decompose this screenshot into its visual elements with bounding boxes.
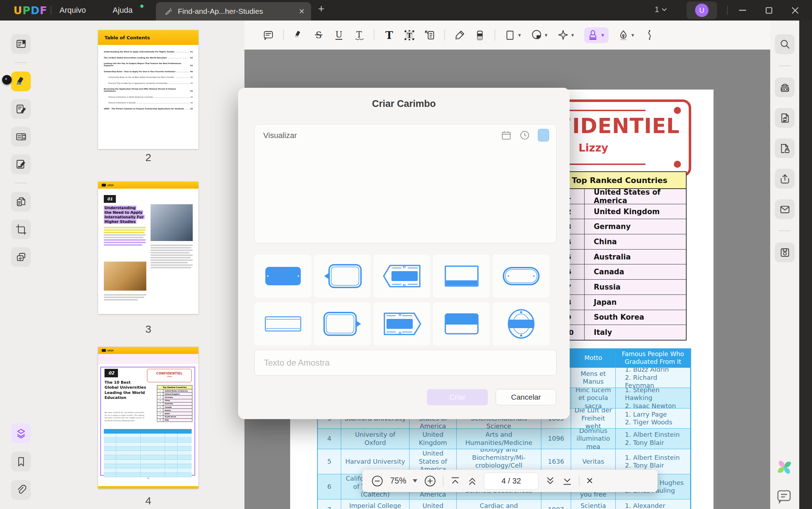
signature-tool[interactable]: ▼: [618, 30, 635, 41]
lock-page-mode[interactable]: [775, 138, 795, 158]
ocr-mode[interactable]: OCR: [775, 78, 795, 97]
window-count-dropdown[interactable]: 1: [655, 5, 667, 14]
pin-tool[interactable]: ▼: [558, 30, 575, 41]
floating-handle[interactable]: [2, 75, 12, 85]
previous-page-icon[interactable]: [467, 476, 478, 486]
create-button[interactable]: Criar: [427, 389, 488, 405]
share-mode[interactable]: [775, 169, 795, 189]
page-number-input[interactable]: 4 / 32: [484, 473, 538, 490]
account-button[interactable]: U: [687, 1, 717, 19]
stamp-shape-solid-rounded[interactable]: [254, 254, 311, 298]
country-row: 1United States of America: [553, 189, 686, 204]
close-button[interactable]: [785, 0, 805, 21]
next-page-icon[interactable]: [545, 476, 556, 486]
stamp-shape-seal-ellipse[interactable]: [492, 302, 549, 345]
page4-title: The 10 BestGlobal UniversitiesLeading th…: [105, 380, 146, 400]
menu-ajuda[interactable]: Ajuda: [113, 0, 132, 21]
save-mode[interactable]: [775, 242, 795, 262]
fill-sign-mode[interactable]: [11, 154, 31, 174]
stamp-tool[interactable]: ▼: [584, 27, 609, 43]
page4-mini-table: [104, 429, 192, 474]
new-tab-button[interactable]: +: [318, 3, 325, 15]
table-cell: Imperial College London: [341, 499, 410, 509]
stamp-shape-thin-outline[interactable]: [254, 302, 311, 345]
page-number-label: 2: [98, 151, 198, 164]
dialog-title: Criar Carimbo: [238, 98, 570, 109]
underline-tool[interactable]: U: [333, 30, 344, 41]
stamp-shape-banner-left-filled[interactable]: [373, 254, 430, 298]
annotate-icon: [15, 75, 27, 87]
toc-entry: The 10 Best Global Universities Leading …: [104, 57, 193, 59]
search-mode[interactable]: [775, 34, 795, 54]
tab-close-icon[interactable]: ✕: [299, 7, 305, 16]
feedback-chat-icon[interactable]: [776, 488, 792, 504]
mail-mode[interactable]: [775, 199, 795, 219]
ai-assistant-icon[interactable]: [774, 457, 794, 477]
sample-text-input[interactable]: [254, 350, 557, 376]
maximize-button[interactable]: [759, 0, 779, 21]
form-mode[interactable]: [11, 127, 31, 147]
country-row: 4China: [553, 234, 686, 250]
toolbar-divider: [374, 29, 374, 41]
stamp-shape-banner-right-filled[interactable]: [373, 302, 430, 345]
right-sidebar: OCR: [770, 21, 799, 509]
strikethrough-tool[interactable]: S: [313, 30, 324, 41]
callout-tool[interactable]: [424, 30, 435, 41]
stamp-shape-stadium-outline[interactable]: [492, 254, 549, 298]
preview-label: Visualizar: [263, 131, 297, 140]
thumbnail-page-3[interactable]: UPDF 01 Understandingthe Need to ApplyIn…: [98, 182, 198, 314]
table-cell: 7: [318, 499, 341, 509]
titlebar-divider: [727, 6, 728, 15]
squiggly-underline-tool[interactable]: T: [354, 30, 365, 41]
stamp-shape-bottom-band[interactable]: [433, 254, 490, 298]
stamp-shape-arrow-right-outline[interactable]: [314, 302, 371, 345]
close-bar-icon[interactable]: ✕: [586, 476, 593, 486]
table-cell: Mens et Manus: [571, 368, 616, 388]
page3-photo: [151, 204, 193, 241]
zoom-level[interactable]: 75%: [390, 476, 406, 486]
shapes-tool[interactable]: ▼: [504, 30, 522, 41]
crop-mode[interactable]: [11, 219, 31, 239]
note-edit-mode[interactable]: [11, 99, 31, 119]
page-navigation-bar: 75% 4 / 32 ✕: [362, 470, 658, 492]
comment-tool[interactable]: [263, 30, 274, 41]
table-cell: Arts and Humanities/Medicine: [457, 429, 541, 449]
mail-icon: [779, 204, 790, 215]
text-box-tool[interactable]: T: [404, 30, 415, 41]
annotate-mode[interactable]: [11, 72, 31, 91]
pencil-tool[interactable]: [454, 30, 465, 41]
menu-arquivo[interactable]: Arquivo: [60, 0, 86, 21]
reader-mode[interactable]: [11, 34, 31, 54]
cancel-button[interactable]: Cancelar: [496, 389, 556, 405]
table-cell: 4: [318, 429, 341, 449]
zoom-dropdown-icon[interactable]: [413, 479, 417, 482]
zoom-out-icon[interactable]: [371, 475, 384, 487]
toc-entry: Looking Into the Top 10 Subject Majors T…: [104, 62, 193, 67]
convert-page-mode[interactable]: [775, 108, 795, 128]
layers-mode[interactable]: [11, 423, 31, 443]
zoom-in-icon[interactable]: [424, 475, 436, 487]
calendar-icon[interactable]: [501, 130, 512, 141]
more-tools-tool[interactable]: [644, 30, 655, 41]
thumbnail-page-4-current[interactable]: UPDF 02 The 10 BestGlobal UniversitiesLe…: [98, 347, 198, 488]
add-text-tool[interactable]: T: [384, 30, 395, 41]
first-page-icon[interactable]: [450, 476, 461, 486]
minimize-button[interactable]: [733, 0, 752, 21]
table-cell: 5: [318, 449, 341, 474]
stamp-shape-top-band[interactable]: [433, 302, 490, 345]
color-swatch[interactable]: [538, 129, 549, 142]
document-tab[interactable]: Find-and-Ap...her-Studies ✕: [156, 2, 311, 21]
eraser-tool[interactable]: [474, 30, 485, 41]
updf-mini-logo-text: UPDF: [107, 184, 114, 187]
sticker-tool[interactable]: ▼: [531, 30, 548, 41]
attachment-mode[interactable]: [11, 480, 31, 500]
highlighter-tool[interactable]: [293, 30, 304, 41]
page3-photo: [104, 262, 146, 291]
organize-pages-mode[interactable]: [11, 192, 31, 212]
stamp-shape-arrow-left-outline[interactable]: [314, 254, 371, 298]
bookmark-mode[interactable]: [11, 452, 31, 471]
clock-icon[interactable]: [519, 130, 530, 141]
thumbnail-page-2[interactable]: Table of Contents Understanding the Need…: [98, 30, 198, 149]
slides-mode[interactable]: [11, 247, 31, 267]
last-page-icon[interactable]: [562, 476, 573, 486]
